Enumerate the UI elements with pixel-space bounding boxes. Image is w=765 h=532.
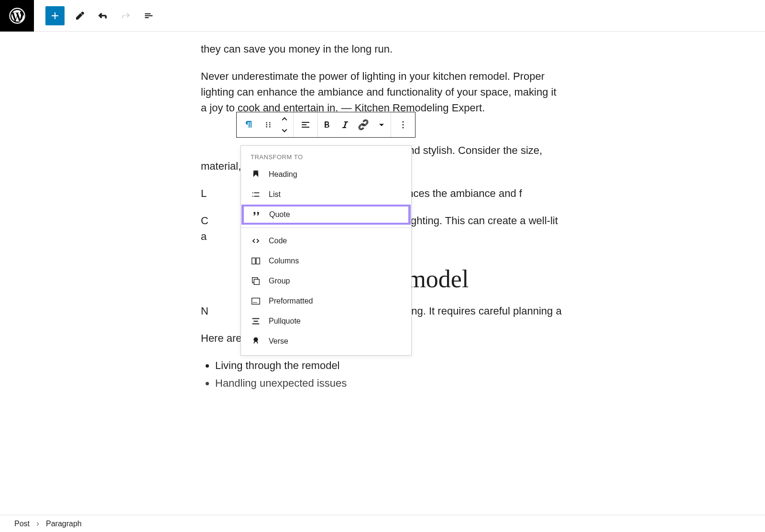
transform-label: Group [269,277,290,285]
chevron-down-icon [376,119,387,130]
svg-rect-13 [254,279,259,284]
italic-icon [339,119,351,130]
block-toolbar [236,112,415,138]
move-up-button[interactable] [279,112,290,125]
top-toolbar [0,0,765,32]
paragraph-partial-top[interactable]: they can save you money in the long run. [201,41,564,57]
svg-rect-14 [252,298,260,304]
columns-icon [251,256,261,266]
svg-rect-11 [256,258,260,264]
paragraph-lighting[interactable]: Never underestimate the power of lightin… [201,68,564,116]
preformatted-icon [251,296,261,306]
more-richtext-button[interactable] [372,112,391,137]
outline-icon [143,10,154,22]
chevron-up-icon [280,116,289,121]
block-type-button[interactable] [237,112,261,137]
svg-point-17 [256,302,257,303]
list-icon [251,189,261,200]
drag-icon [263,120,273,130]
transform-item-preformatted[interactable]: Preformatted [241,291,411,311]
transform-label: List [269,190,281,199]
link-icon [358,119,369,130]
transform-label: Columns [269,257,299,265]
svg-point-1 [266,122,267,124]
transform-header: TRANSFORM TO [241,146,411,164]
breadcrumb-root[interactable]: Post [14,520,30,528]
pullquote-icon [251,316,261,326]
transform-label: Pullquote [269,317,301,326]
transform-label: Preformatted [269,297,313,305]
heading-icon [251,169,261,180]
aspects-list[interactable]: Living through the remodel Handling unex… [201,358,564,391]
paragraph-icon [243,119,254,130]
transform-label: Code [269,237,287,245]
svg-rect-10 [252,258,255,264]
transform-item-heading[interactable]: Heading [241,164,411,185]
svg-point-6 [269,126,271,128]
transform-item-pullquote[interactable]: Pullquote [241,311,411,331]
more-vertical-icon [397,119,409,130]
transform-label: Heading [269,170,297,179]
transform-item-list[interactable]: List [241,185,411,205]
svg-point-5 [266,126,267,128]
align-button[interactable] [294,112,317,137]
transform-item-columns[interactable]: Columns [241,251,411,271]
group-icon [251,276,261,286]
chevron-down-icon [280,128,289,134]
bold-icon [321,119,333,130]
bold-button[interactable] [318,112,336,137]
drag-handle[interactable] [261,120,276,130]
list-item[interactable]: Handling unexpected issues [215,375,564,391]
transform-item-quote[interactable]: Quote [241,205,411,225]
italic-button[interactable] [336,112,354,137]
transform-item-code[interactable]: Code [241,231,411,251]
transform-label: Verse [269,337,288,346]
svg-point-4 [269,124,271,126]
toolbar-buttons [34,4,160,27]
svg-point-8 [403,124,404,126]
transform-dropdown: TRANSFORM TO Heading List Quote Code Col… [240,145,412,356]
quote-icon [251,209,262,220]
breadcrumb-current[interactable]: Paragraph [46,520,82,528]
redo-button[interactable] [114,4,137,27]
transform-item-verse[interactable]: Verse [241,331,411,351]
svg-point-9 [403,127,404,129]
svg-point-15 [253,302,254,303]
breadcrumb: Post › Paragraph [0,515,765,532]
undo-icon [97,10,109,22]
redo-icon [120,10,131,22]
svg-point-2 [269,122,271,124]
verse-icon [251,336,261,347]
move-handle [276,112,293,137]
options-button[interactable] [391,112,415,137]
svg-point-7 [403,121,404,123]
list-item[interactable]: Living through the remodel [215,358,564,373]
transform-label: Quote [269,210,290,219]
plus-icon [49,10,61,22]
breadcrumb-separator: › [36,519,39,529]
undo-button[interactable] [91,4,114,27]
svg-point-3 [266,124,267,126]
move-down-button[interactable] [279,125,290,137]
align-left-icon [300,119,311,130]
code-icon [251,236,261,246]
wordpress-icon [9,8,25,24]
add-block-button[interactable] [45,6,65,25]
svg-point-16 [254,302,255,303]
transform-item-group[interactable]: Group [241,271,411,291]
wordpress-logo[interactable] [0,0,34,32]
pencil-icon [74,10,86,22]
tools-button[interactable] [68,4,91,27]
document-outline-button[interactable] [137,4,160,27]
link-button[interactable] [354,112,372,137]
dropdown-divider [241,228,411,228]
